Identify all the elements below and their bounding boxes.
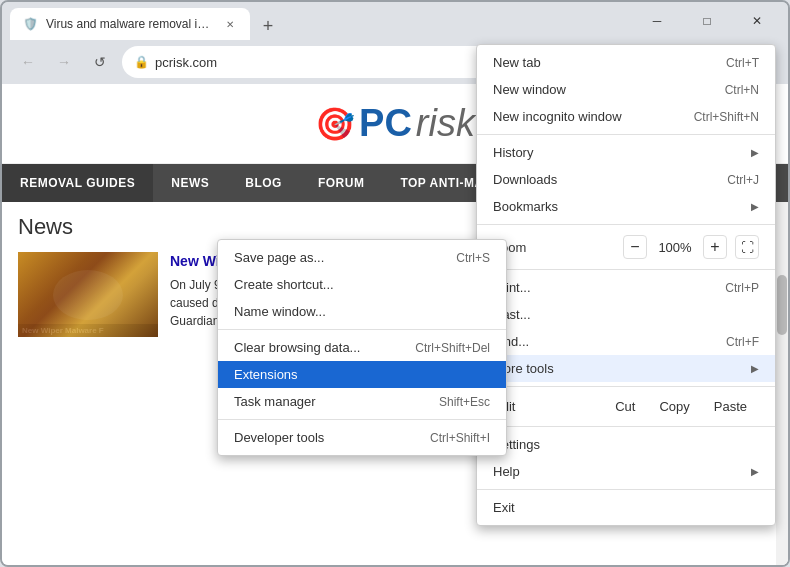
back-button[interactable]: ← [14, 48, 42, 76]
menu-copy-button[interactable]: Copy [647, 395, 701, 418]
minimize-button[interactable]: ─ [634, 5, 680, 37]
menu-bookmarks[interactable]: Bookmarks ▶ [477, 193, 775, 220]
menu-cut-button[interactable]: Cut [603, 395, 647, 418]
menu-paste-button[interactable]: Paste [702, 395, 759, 418]
menu-new-tab-shortcut: Ctrl+T [726, 56, 759, 70]
menu-history[interactable]: History ▶ [477, 139, 775, 166]
menu-edit-row: Edit Cut Copy Paste [477, 391, 775, 422]
menu-incognito[interactable]: New incognito window Ctrl+Shift+N [477, 103, 775, 130]
menu-print-shortcut: Ctrl+P [725, 281, 759, 295]
tab-close-button[interactable]: ✕ [222, 16, 238, 32]
menu-find-label: Find... [493, 334, 726, 349]
close-button[interactable]: ✕ [734, 5, 780, 37]
menu-zoom-row: Zoom − 100% + ⛶ [477, 229, 775, 265]
menu-divider-2 [477, 224, 775, 225]
nav-blog[interactable]: BLOG [227, 164, 300, 202]
zoom-value: 100% [655, 240, 695, 255]
menu-find-shortcut: Ctrl+F [726, 335, 759, 349]
menu-help-label: Help [493, 464, 751, 479]
menu-find[interactable]: Find... Ctrl+F [477, 328, 775, 355]
nav-removal-guides[interactable]: REMOVAL GUIDES [2, 164, 153, 202]
menu-history-label: History [493, 145, 751, 160]
tab-title: Virus and malware removal instr... [46, 17, 214, 31]
menu-divider-3 [477, 269, 775, 270]
menu-edit-label: Edit [493, 399, 603, 414]
menu-cast-label: Cast... [493, 307, 759, 322]
site-logo: 🎯 PC risk [315, 102, 475, 145]
zoom-fullscreen-button[interactable]: ⛶ [735, 235, 759, 259]
menu-divider-6 [477, 489, 775, 490]
menu-incognito-shortcut: Ctrl+Shift+N [694, 110, 759, 124]
menu-downloads-shortcut: Ctrl+J [727, 173, 759, 187]
tab-area: 🛡️ Virus and malware removal instr... ✕ … [10, 2, 626, 40]
menu-print[interactable]: Print... Ctrl+P [477, 274, 775, 301]
news-thumbnail: New Wiper Malware F [18, 252, 158, 337]
menu-more-tools-label: More tools [493, 361, 751, 376]
menu-downloads-label: Downloads [493, 172, 727, 187]
nav-forum[interactable]: FORUM [300, 164, 383, 202]
new-tab-button[interactable]: + [254, 12, 282, 40]
security-lock-icon: 🔒 [134, 55, 149, 69]
refresh-button[interactable]: ↺ [86, 48, 114, 76]
scrollbar-thumb[interactable] [777, 275, 787, 335]
window-controls: ─ □ ✕ [634, 5, 780, 37]
menu-print-label: Print... [493, 280, 725, 295]
forward-button[interactable]: → [50, 48, 78, 76]
browser-menu: New tab Ctrl+T New window Ctrl+N New inc… [476, 44, 776, 526]
browser-window: 🛡️ Virus and malware removal instr... ✕ … [0, 0, 790, 567]
zoom-control: − 100% + ⛶ [623, 235, 759, 259]
menu-downloads[interactable]: Downloads Ctrl+J [477, 166, 775, 193]
menu-exit-label: Exit [493, 500, 759, 515]
title-bar: 🛡️ Virus and malware removal instr... ✕ … [2, 2, 788, 40]
zoom-minus-button[interactable]: − [623, 235, 647, 259]
zoom-plus-button[interactable]: + [703, 235, 727, 259]
menu-divider-4 [477, 386, 775, 387]
menu-help[interactable]: Help ▶ [477, 458, 775, 485]
tab-favicon: 🛡️ [22, 16, 38, 32]
menu-divider-5 [477, 426, 775, 427]
menu-new-tab[interactable]: New tab Ctrl+T [477, 49, 775, 76]
nav-news[interactable]: NEWS [153, 164, 227, 202]
logo-pc-text: PC [359, 102, 412, 145]
menu-incognito-label: New incognito window [493, 109, 694, 124]
menu-new-window-shortcut: Ctrl+N [725, 83, 759, 97]
menu-new-window[interactable]: New window Ctrl+N [477, 76, 775, 103]
menu-new-window-label: New window [493, 82, 725, 97]
maximize-button[interactable]: □ [684, 5, 730, 37]
menu-zoom-label: Zoom [493, 240, 623, 255]
menu-bookmarks-label: Bookmarks [493, 199, 751, 214]
menu-more-tools-arrow: ▶ [751, 363, 759, 374]
menu-history-arrow: ▶ [751, 147, 759, 158]
menu-help-arrow: ▶ [751, 466, 759, 477]
logo-risk-text: risk [416, 102, 475, 145]
menu-bookmarks-arrow: ▶ [751, 201, 759, 212]
menu-more-tools[interactable]: More tools ▶ [477, 355, 775, 382]
menu-settings[interactable]: Settings [477, 431, 775, 458]
menu-cast[interactable]: Cast... [477, 301, 775, 328]
menu-settings-label: Settings [493, 437, 759, 452]
menu-exit[interactable]: Exit [477, 494, 775, 521]
menu-divider-1 [477, 134, 775, 135]
active-tab[interactable]: 🛡️ Virus and malware removal instr... ✕ [10, 8, 250, 40]
svg-point-3 [53, 270, 123, 320]
scrollbar[interactable] [776, 202, 788, 565]
logo-icon: 🎯 [315, 105, 355, 143]
menu-new-tab-label: New tab [493, 55, 726, 70]
